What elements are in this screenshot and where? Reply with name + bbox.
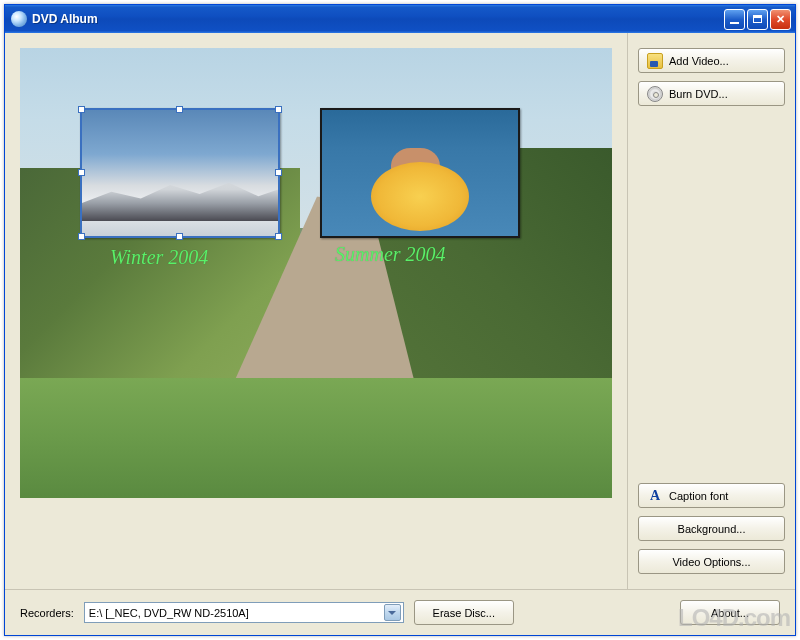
button-label: About... xyxy=(711,607,749,619)
preview-area: Winter 2004 Summer 2004 xyxy=(5,33,627,589)
recorders-label: Recorders: xyxy=(20,607,74,619)
side-panel: Add Video... Burn DVD... A Caption font … xyxy=(627,33,795,589)
bottom-bar: Recorders: E:\ [_NEC, DVD_RW ND-2510A] E… xyxy=(5,589,795,635)
video-thumbnail-2[interactable] xyxy=(320,108,520,238)
titlebar: DVD Album ✕ xyxy=(5,5,795,33)
resize-handle[interactable] xyxy=(176,106,183,113)
video-options-button[interactable]: Video Options... xyxy=(638,549,785,574)
resize-handle[interactable] xyxy=(78,106,85,113)
folder-icon xyxy=(647,53,663,69)
app-icon xyxy=(11,11,27,27)
dvd-menu-canvas[interactable]: Winter 2004 Summer 2004 xyxy=(20,48,612,498)
resize-handle[interactable] xyxy=(275,169,282,176)
about-button[interactable]: About... xyxy=(680,600,780,625)
video-thumbnail-1[interactable] xyxy=(80,108,280,238)
erase-disc-button[interactable]: Erase Disc... xyxy=(414,600,514,625)
button-label: Add Video... xyxy=(669,55,729,67)
video-caption-1[interactable]: Winter 2004 xyxy=(110,246,208,269)
resize-handle[interactable] xyxy=(275,233,282,240)
button-label: Video Options... xyxy=(672,556,750,568)
resize-handle[interactable] xyxy=(176,233,183,240)
recorders-dropdown[interactable]: E:\ [_NEC, DVD_RW ND-2510A] xyxy=(84,602,404,623)
resize-handle[interactable] xyxy=(275,106,282,113)
video-caption-2[interactable]: Summer 2004 xyxy=(335,243,446,266)
button-label: Erase Disc... xyxy=(433,607,495,619)
burn-dvd-button[interactable]: Burn DVD... xyxy=(638,81,785,106)
caption-font-button[interactable]: A Caption font xyxy=(638,483,785,508)
disc-icon xyxy=(647,86,663,102)
close-button[interactable]: ✕ xyxy=(770,9,791,30)
button-label: Burn DVD... xyxy=(669,88,728,100)
font-icon: A xyxy=(647,488,663,504)
minimize-button[interactable] xyxy=(724,9,745,30)
chevron-down-icon[interactable] xyxy=(384,604,401,621)
window-title: DVD Album xyxy=(32,12,724,26)
recorder-selected-value: E:\ [_NEC, DVD_RW ND-2510A] xyxy=(89,607,384,619)
button-label: Caption font xyxy=(669,490,728,502)
button-label: Background... xyxy=(678,523,746,535)
resize-handle[interactable] xyxy=(78,169,85,176)
add-video-button[interactable]: Add Video... xyxy=(638,48,785,73)
maximize-button[interactable] xyxy=(747,9,768,30)
resize-handle[interactable] xyxy=(78,233,85,240)
background-button[interactable]: Background... xyxy=(638,516,785,541)
app-window: DVD Album ✕ xyxy=(4,4,796,636)
